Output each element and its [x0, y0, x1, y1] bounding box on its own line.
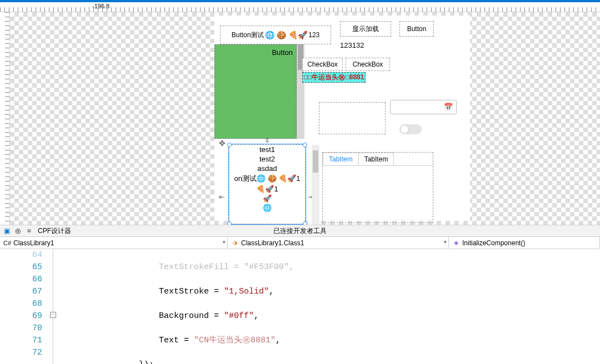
tab-item-2[interactable]: TabItem [358, 153, 394, 165]
selection-handle[interactable] [303, 143, 307, 147]
line-gutter: 64 65 66 67 68 69 70 71 72 [0, 249, 48, 364]
breadcrumb-method[interactable]: ◈ InitializeComponent() [449, 237, 600, 249]
button-2[interactable]: Button [399, 21, 434, 37]
emoji-icons: 🌐 🍪 🍕🚀 [265, 31, 307, 39]
list-item[interactable]: test2 [229, 154, 305, 164]
scrollbar-thumb[interactable] [313, 150, 318, 173]
code-editor[interactable]: 64 65 66 67 68 69 70 71 72 − TextStrokeF… [0, 249, 600, 364]
fold-toggle-icon[interactable]: − [50, 312, 56, 318]
list-item[interactable]: on测试🌐 🍪 🍕🚀1 [229, 173, 305, 184]
code-area[interactable]: TextStrokeFill = "#F53F00", TextStroke =… [59, 249, 600, 364]
vertical-ruler [0, 12, 10, 225]
toggle-switch[interactable] [399, 124, 422, 134]
status-title: CPF设计器 [38, 226, 71, 236]
design-surface[interactable]: Button测试 🌐 🍪 🍕🚀 123 显示加载 Button 123132 B… [214, 16, 470, 221]
status-bar: ▣ ◎ ⌗ CPF设计器 已连接开发者工具 [0, 225, 600, 237]
styled-text-label: □□牛运当头㊗□8881 [302, 72, 366, 83]
list-item[interactable]: 🍕🚀1 [229, 184, 305, 194]
numeric-label: 123132 [340, 41, 364, 49]
ruler-ticks [0, 7, 600, 12]
list-item[interactable]: 🚀 [229, 194, 305, 203]
checkbox-1[interactable]: CheckBox [302, 58, 343, 71]
chevron-down-icon[interactable]: ▾ [223, 239, 226, 245]
tab-control[interactable]: TabItem TabItem [322, 152, 433, 223]
horizontal-ruler: -196.8 [0, 2, 600, 12]
crop-icon[interactable]: ⌗ [24, 226, 33, 235]
breadcrumb-bar: C# ClassLibrary1 ▾ ⬗ ClassLibrary1.Class… [0, 237, 600, 249]
app-icon: ▣ [2, 226, 11, 235]
selection-handle[interactable] [227, 143, 232, 147]
calendar-icon: 📅 [444, 103, 453, 111]
chevron-down-icon[interactable]: ▾ [444, 239, 447, 245]
listbox-scrollbar[interactable] [312, 145, 319, 225]
button-test-suffix: 123 [308, 31, 319, 39]
show-load-button[interactable]: 显示加载 [340, 21, 391, 37]
datepicker[interactable]: 📅 [390, 100, 457, 114]
design-canvas[interactable]: Button测试 🌐 🍪 🍕🚀 123 显示加载 Button 123132 B… [10, 12, 600, 225]
list-item[interactable]: test1 [229, 145, 305, 154]
list-item[interactable]: 🌐 [229, 203, 305, 213]
status-center: 已连接开发者工具 [273, 226, 327, 236]
csharp-icon: C# [3, 239, 11, 247]
target-icon[interactable]: ◎ [13, 226, 22, 235]
move-handle-icon[interactable]: ✥ [219, 139, 226, 148]
green-panel[interactable]: Button [214, 44, 297, 139]
breadcrumb-project[interactable]: C# ClassLibrary1 ▾ [0, 237, 228, 249]
toggle-knob [401, 125, 408, 133]
resize-vertical-icon[interactable]: ⇕ [264, 136, 270, 144]
button-test[interactable]: Button测试 🌐 🍪 🍕🚀 123 [220, 26, 331, 44]
method-icon: ◈ [452, 239, 460, 247]
breadcrumb-class[interactable]: ⬗ ClassLibrary1.Class1 ▾ [228, 237, 449, 249]
tab-item-1[interactable]: TabItem [323, 153, 359, 165]
resize-left-icon[interactable]: ⇤ [219, 193, 224, 201]
listbox[interactable]: test1 test2 asdad on测试🌐 🍪 🍕🚀1 🍕🚀1 🚀 🌐 [229, 144, 306, 224]
button-test-label: Button测试 [232, 31, 264, 40]
tab-header: TabItem TabItem [323, 153, 433, 166]
green-button-label: Button [272, 48, 293, 57]
fold-gutter[interactable]: − [48, 249, 59, 364]
list-item[interactable]: asdad [229, 164, 305, 173]
class-icon: ⬗ [231, 239, 239, 247]
checkbox-2[interactable]: CheckBox [346, 58, 390, 71]
empty-container[interactable] [319, 102, 386, 134]
